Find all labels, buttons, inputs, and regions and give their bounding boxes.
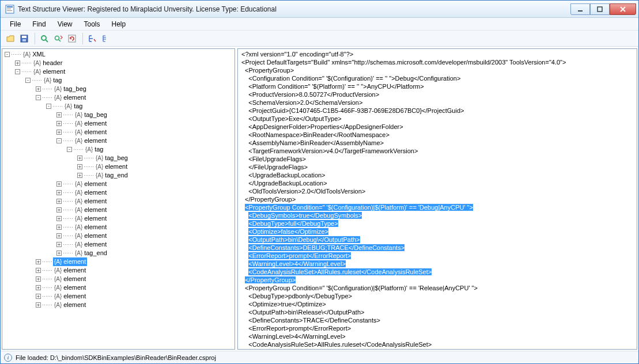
source-pane[interactable]: <?xml version="1.0" encoding="utf-8"?><P…: [237, 48, 637, 350]
tree-row[interactable]: -{A} element: [5, 67, 232, 76]
collapse-icon[interactable]: -: [15, 69, 20, 74]
tree-row[interactable]: -{A} XML: [5, 50, 232, 59]
expand-icon[interactable]: +: [56, 233, 62, 238]
tree-node-label[interactable]: {A} element: [53, 283, 87, 292]
tree-node-label[interactable]: {A} element: [94, 162, 128, 171]
tree-row[interactable]: -{A} tag: [5, 145, 232, 154]
tree-row[interactable]: +{A} element: [5, 275, 232, 283]
tree-node-label[interactable]: {A} tag: [63, 102, 84, 111]
tree-row[interactable]: -{A} tag: [5, 76, 232, 85]
collapse-icon[interactable]: -: [25, 78, 31, 83]
source-line[interactable]: <Optimize>false</Optimize>: [240, 227, 634, 236]
collapse-icon[interactable]: -: [56, 138, 62, 143]
collapse-icon[interactable]: -: [36, 95, 41, 100]
tree-row[interactable]: -{A} element: [5, 93, 232, 102]
source-line[interactable]: <ProjectGuid>{C1407465-C1B5-466F-93B7-06…: [240, 107, 634, 115]
tree-row[interactable]: -{A} tag: [5, 102, 232, 111]
source-line[interactable]: <FileUpgradeFlags>: [240, 155, 634, 163]
source-line[interactable]: <CodeAnalysisRuleSet>AllRules.ruleset</C…: [240, 340, 634, 348]
source-line[interactable]: <OldToolsVersion>2.0</OldToolsVersion>: [240, 187, 634, 195]
tree-node-label[interactable]: {A} element: [74, 232, 108, 240]
tree-row[interactable]: +{A} element: [5, 257, 232, 266]
tree-row[interactable]: +{A} element: [5, 266, 232, 275]
tree-row[interactable]: +{A} element: [5, 283, 232, 292]
tree-row[interactable]: +{A} tag_beg: [5, 85, 232, 93]
expand-icon[interactable]: +: [56, 225, 62, 230]
collapse-icon[interactable]: -: [67, 147, 72, 152]
expand-icon[interactable]: +: [56, 199, 62, 204]
source-line[interactable]: </UpgradeBackupLocation>: [240, 179, 634, 187]
tree-row[interactable]: +{A} element: [5, 206, 232, 214]
expand-icon[interactable]: +: [36, 302, 41, 308]
tree-row[interactable]: +{A} element: [5, 232, 232, 240]
tree-node-label[interactable]: {A} XML: [22, 50, 47, 59]
tree-node-label[interactable]: {A} element: [53, 257, 87, 266]
tree-node-label[interactable]: {A} tag_end: [74, 249, 108, 257]
source-line[interactable]: <PropertyGroup Condition=" '$(Configurat…: [240, 203, 634, 211]
expand-icon[interactable]: +: [36, 259, 41, 264]
expand-icon[interactable]: +: [77, 164, 82, 169]
source-line[interactable]: <Project DefaultTargets="Build" xmlns="h…: [240, 58, 634, 66]
expand-icon[interactable]: +: [77, 173, 82, 178]
expand-icon[interactable]: +: [36, 294, 41, 299]
tree-node-label[interactable]: {A} element: [74, 128, 108, 136]
tree-row[interactable]: +{A} element: [5, 188, 232, 197]
tree-row[interactable]: +{A} header: [5, 59, 232, 67]
expand-icon[interactable]: +: [56, 121, 62, 126]
source-line[interactable]: </PropertyGroup>: [240, 276, 634, 284]
tree-node-label[interactable]: {A} element: [53, 266, 87, 275]
tree-row[interactable]: +{A} tag_beg: [5, 111, 232, 119]
tree-node-label[interactable]: {A} element: [53, 301, 87, 309]
tree-row[interactable]: +{A} element: [5, 180, 232, 188]
tree-row[interactable]: +{A} element: [5, 292, 232, 301]
source-line[interactable]: <OutputType>Exe</OutputType>: [240, 115, 634, 123]
source-line[interactable]: <DefineConstants>TRACE</DefineConstants>: [240, 316, 634, 324]
tree-node-label[interactable]: {A} element: [74, 188, 108, 197]
source-line[interactable]: <OutputPath>bin\Debug\</OutputPath>: [240, 236, 634, 244]
menu-tools[interactable]: Tools: [78, 19, 105, 29]
tree-node-label[interactable]: {A} element: [74, 180, 108, 188]
source-line[interactable]: <Platform Condition=" '$(Platform)' == '…: [240, 82, 634, 90]
tree-collapse-icon[interactable]: [86, 32, 99, 45]
source-line[interactable]: <DefineConstants>DEBUG;TRACE</DefineCons…: [240, 244, 634, 252]
expand-icon[interactable]: +: [36, 268, 41, 273]
menu-file[interactable]: File: [4, 19, 27, 29]
tree-node-label[interactable]: {A} element: [74, 197, 108, 206]
source-line[interactable]: <WarningLevel>4</WarningLevel>: [240, 260, 634, 268]
tree-node-label[interactable]: {A} element: [74, 136, 108, 145]
source-line[interactable]: <WarningLevel>4</WarningLevel>: [240, 332, 634, 340]
expand-icon[interactable]: +: [77, 156, 82, 161]
find-icon[interactable]: [38, 32, 51, 45]
tree-node-label[interactable]: {A} tag: [43, 76, 63, 85]
source-line[interactable]: <DebugSymbols>true</DebugSymbols>: [240, 211, 634, 219]
expand-icon[interactable]: +: [36, 86, 41, 92]
tree-node-label[interactable]: {A} tag_end: [94, 171, 129, 180]
tree-row[interactable]: +{A} element: [5, 162, 232, 171]
source-line[interactable]: <DebugType>pdbonly</DebugType>: [240, 292, 634, 300]
tree-node-label[interactable]: {A} element: [53, 93, 87, 102]
tree-row[interactable]: +{A} tag_beg: [5, 154, 232, 162]
expand-icon[interactable]: +: [36, 276, 41, 282]
tree-row[interactable]: +{A} element: [5, 240, 232, 249]
source-line[interactable]: <PropertyGroup Condition=" '$(Configurat…: [240, 284, 634, 292]
tree-node-label[interactable]: {A} tag_beg: [74, 111, 108, 119]
tree-row[interactable]: +{A} element: [5, 119, 232, 128]
source-line[interactable]: <Configuration Condition=" '$(Configurat…: [240, 74, 634, 82]
expand-icon[interactable]: +: [56, 242, 62, 247]
tree-row[interactable]: +{A} element: [5, 214, 232, 223]
tree-node-label[interactable]: {A} element: [32, 67, 66, 76]
menu-help[interactable]: Help: [106, 19, 132, 29]
source-line[interactable]: <AppDesignerFolder>Properties</AppDesign…: [240, 123, 634, 131]
open-icon[interactable]: [4, 32, 17, 45]
tree-node-label[interactable]: {A} element: [74, 240, 108, 249]
expand-icon[interactable]: +: [15, 60, 20, 66]
tree-row[interactable]: +{A} tag_end: [5, 171, 232, 180]
tree-node-label[interactable]: {A} element: [74, 214, 108, 223]
source-line[interactable]: </FileUpgradeFlags>: [240, 163, 634, 171]
close-button[interactable]: [610, 3, 636, 15]
tree-node-label[interactable]: {A} element: [74, 223, 108, 232]
find-next-icon[interactable]: [52, 32, 65, 45]
expand-icon[interactable]: +: [56, 130, 62, 135]
tree-node-label[interactable]: {A} tag_beg: [94, 154, 129, 162]
source-line[interactable]: <CodeAnalysisRuleSet>AllRules.ruleset</C…: [240, 268, 634, 276]
